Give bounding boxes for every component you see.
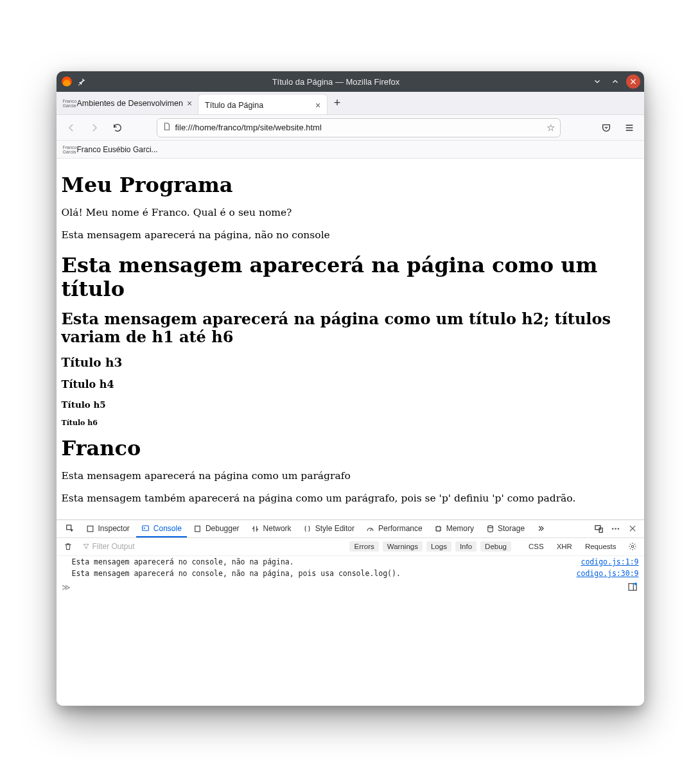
source-link[interactable]: codigo.js:30:9 [577, 569, 639, 578]
svg-point-6 [487, 526, 493, 528]
svg-point-14 [634, 582, 636, 585]
toggle-xhr[interactable]: XHR [552, 541, 577, 552]
heading-h1: Esta mensagem aparecerá na página como u… [62, 254, 639, 301]
heading-h1: Franco [62, 436, 639, 460]
devtools-tab-storage[interactable]: Storage [480, 520, 530, 537]
paragraph: Olá! Meu nome é Franco. Qual é o seu nom… [62, 206, 639, 220]
console-line: Esta mensagem aparecerá no console, não … [57, 568, 644, 579]
url-text: file:///home/franco/tmp/site/website.htm… [175, 123, 322, 132]
heading-h1: Meu Programa [62, 173, 639, 197]
devtools-tab-network[interactable]: Network [246, 520, 297, 537]
source-link[interactable]: codigo.js:1:9 [581, 557, 638, 566]
heading-h2: Esta mensagem aparecerá na página como u… [62, 310, 639, 347]
toggle-css[interactable]: CSS [524, 541, 548, 552]
devtools-tab-memory[interactable]: Memory [429, 520, 479, 537]
svg-rect-4 [195, 526, 200, 532]
devtools-panel: Inspector Console Debugger Network Style… [57, 519, 644, 706]
clear-console-button[interactable] [60, 539, 76, 554]
console-output: Esta mensagem aparecerá no console, não … [57, 556, 644, 706]
toggle-info[interactable]: Info [455, 541, 477, 552]
devtools-picker-button[interactable] [60, 520, 80, 537]
svg-point-12 [631, 546, 634, 548]
back-button[interactable] [62, 118, 81, 137]
window-titlebar: Título da Página — Mozilla Firefox [57, 71, 644, 92]
devtools-tab-debugger[interactable]: Debugger [188, 520, 245, 537]
heading-h4: Título h4 [62, 378, 639, 390]
url-bar[interactable]: file:///home/franco/tmp/site/website.htm… [157, 118, 561, 137]
devtools-tab-performance[interactable]: Performance [361, 520, 428, 537]
console-line: Esta mensagem aparecerá no console, não … [57, 556, 644, 568]
svg-rect-5 [436, 527, 441, 531]
toggle-warnings[interactable]: Warnings [383, 541, 423, 552]
pocket-button[interactable] [597, 118, 616, 137]
pin-icon[interactable] [77, 77, 86, 86]
bookmark-star-icon[interactable]: ☆ [547, 122, 555, 134]
devtools-tabs: Inspector Console Debugger Network Style… [57, 520, 644, 538]
console-settings-button[interactable] [625, 539, 640, 554]
bookmark-item[interactable]: Franco Eusébio Garci... [77, 145, 158, 154]
file-icon [162, 122, 171, 133]
paragraph: Esta mensagem aparecerá na página como u… [62, 469, 639, 483]
favicon-icon: FrancoGarcia [63, 144, 73, 155]
app-menu-button[interactable] [620, 118, 639, 137]
console-toolbar: Filter Output Errors Warnings Logs Info … [57, 538, 644, 556]
tab-active[interactable]: Título da Página × [198, 94, 327, 114]
heading-h3: Título h3 [62, 356, 639, 369]
svg-rect-2 [87, 526, 93, 532]
toggle-requests[interactable]: Requests [581, 541, 621, 552]
prompt-icon: ≫ [62, 582, 71, 592]
devtools-tab-console[interactable]: Console [136, 520, 187, 537]
svg-point-10 [615, 528, 617, 530]
filter-input[interactable]: Filter Output [82, 542, 135, 551]
forward-button[interactable] [85, 118, 104, 137]
tab-strip: FrancoGarcia Ambientes de Desenvolvimen … [57, 92, 644, 115]
paragraph: Esta mensagem também aparecerá na página… [62, 492, 639, 505]
toggle-debug[interactable]: Debug [480, 541, 511, 552]
heading-h6: Título h6 [62, 419, 639, 427]
page-content: Meu Programa Olá! Meu nome é Franco. Qua… [57, 159, 644, 519]
devtools-overflow-button[interactable] [531, 520, 550, 537]
tab-close-icon[interactable]: × [187, 99, 192, 108]
heading-h5: Título h5 [62, 399, 639, 410]
maximize-button[interactable] [608, 74, 622, 89]
console-input-row[interactable]: ≫ [57, 579, 644, 596]
devtools-tab-inspector[interactable]: Inspector [81, 520, 135, 537]
tab-label: Ambientes de Desenvolvimen [77, 99, 183, 108]
window-title: Título da Página — Mozilla Firefox [86, 77, 586, 87]
tab-close-icon[interactable]: × [315, 101, 320, 110]
tab-background[interactable]: FrancoGarcia Ambientes de Desenvolvimen … [57, 92, 199, 114]
nav-toolbar: file:///home/franco/tmp/site/website.htm… [57, 115, 644, 141]
favicon-icon: FrancoGarcia [63, 98, 73, 109]
new-tab-button[interactable]: + [327, 92, 347, 114]
devtools-responsive-button[interactable] [591, 521, 607, 536]
svg-point-9 [612, 528, 614, 530]
close-button[interactable] [626, 74, 640, 89]
devtools-close-button[interactable] [625, 521, 640, 536]
svg-point-11 [618, 528, 620, 530]
split-console-icon[interactable] [627, 582, 639, 593]
svg-rect-3 [143, 526, 149, 531]
toggle-errors[interactable]: Errors [349, 541, 378, 552]
firefox-window: Título da Página — Mozilla Firefox Franc… [57, 71, 644, 706]
devtools-meatball-button[interactable] [608, 521, 624, 536]
toggle-logs[interactable]: Logs [426, 541, 451, 552]
minimize-button[interactable] [590, 74, 604, 89]
devtools-tab-styleeditor[interactable]: Style Editor [298, 520, 360, 537]
reload-button[interactable] [108, 118, 127, 137]
paragraph: Esta mensagem aparecerá na página, não n… [62, 229, 639, 242]
firefox-icon [60, 75, 73, 88]
tab-label: Título da Página [205, 101, 263, 110]
bookmarks-bar: FrancoGarcia Franco Eusébio Garci... [57, 141, 644, 159]
